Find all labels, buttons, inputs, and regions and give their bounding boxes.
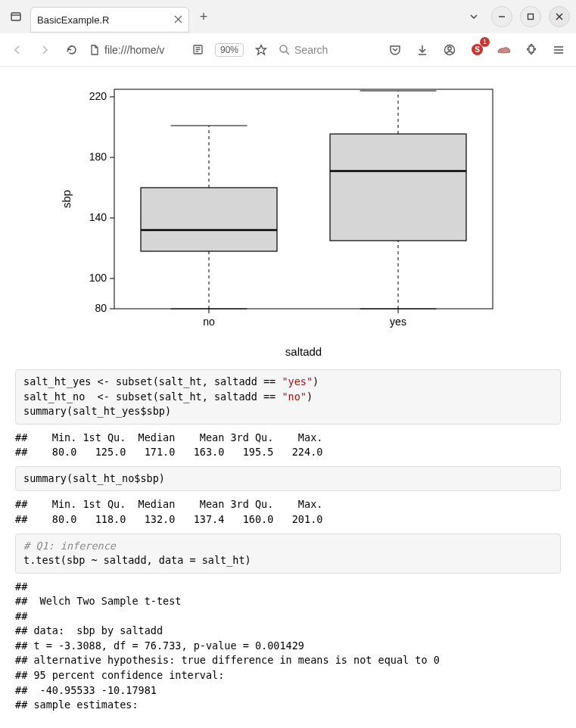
extension-shoe-icon[interactable] bbox=[494, 40, 514, 60]
svg-rect-49 bbox=[330, 134, 466, 241]
output-block-3: ## ## Welch Two Sample t-test ## ## data… bbox=[15, 580, 561, 713]
svg-point-18 bbox=[448, 46, 451, 49]
extensions-icon[interactable] bbox=[522, 40, 541, 60]
svg-text:80: 80 bbox=[95, 302, 107, 314]
svg-marker-12 bbox=[257, 45, 266, 54]
bookmark-star-icon[interactable] bbox=[251, 40, 271, 60]
forward-button[interactable] bbox=[35, 40, 54, 60]
page-content: 80100140180220sbpsaltaddnoyes salt_ht_ye… bbox=[0, 67, 576, 728]
svg-text:yes: yes bbox=[390, 316, 406, 328]
minimize-button[interactable] bbox=[491, 6, 512, 27]
tab-list-chevron-icon[interactable] bbox=[464, 7, 484, 26]
svg-rect-0 bbox=[11, 13, 20, 20]
search-placeholder: Search bbox=[294, 44, 328, 56]
svg-rect-5 bbox=[528, 14, 534, 20]
reader-mode-icon[interactable] bbox=[188, 40, 207, 60]
file-icon bbox=[89, 45, 100, 55]
svg-point-13 bbox=[280, 45, 287, 52]
new-tab-button[interactable]: + bbox=[194, 7, 213, 26]
reload-button[interactable] bbox=[62, 40, 82, 60]
output-block-2: ## Min. 1st Qu. Median Mean 3rd Qu. Max.… bbox=[15, 497, 561, 527]
code-block-1: salt_ht_yes <- subset(salt_ht, saltadd =… bbox=[15, 369, 561, 425]
tab-close-icon[interactable] bbox=[174, 14, 182, 26]
svg-text:140: 140 bbox=[89, 211, 107, 223]
search-icon bbox=[279, 44, 290, 55]
output-block-1: ## Min. 1st Qu. Median Mean 3rd Qu. Max.… bbox=[15, 431, 561, 460]
noscript-icon[interactable]: S bbox=[467, 40, 487, 60]
tab-title: BasicExample.R bbox=[37, 14, 109, 26]
svg-text:180: 180 bbox=[89, 151, 107, 163]
svg-line-14 bbox=[286, 51, 289, 54]
panel-icon[interactable] bbox=[6, 7, 26, 26]
svg-text:no: no bbox=[203, 316, 215, 328]
boxplot-chart: 80100140180220sbpsaltaddnoyes bbox=[54, 74, 523, 362]
browser-toolbar: file:///home/v 90% Search S bbox=[0, 33, 576, 67]
search-box[interactable]: Search bbox=[279, 44, 362, 56]
svg-text:sbp: sbp bbox=[60, 190, 73, 208]
window-titlebar: BasicExample.R + bbox=[0, 0, 576, 33]
svg-text:220: 220 bbox=[89, 90, 107, 102]
svg-text:S: S bbox=[475, 45, 480, 54]
maximize-button[interactable] bbox=[520, 6, 541, 27]
url-text: file:///home/v bbox=[104, 44, 164, 56]
account-icon[interactable] bbox=[440, 40, 459, 60]
back-button[interactable] bbox=[8, 40, 27, 60]
svg-text:100: 100 bbox=[89, 272, 107, 284]
browser-tab[interactable]: BasicExample.R bbox=[30, 7, 189, 33]
svg-text:saltadd: saltadd bbox=[285, 345, 321, 358]
pocket-icon[interactable] bbox=[385, 40, 405, 60]
zoom-badge[interactable]: 90% bbox=[215, 43, 244, 57]
close-window-button[interactable] bbox=[549, 6, 570, 27]
hamburger-menu-icon[interactable] bbox=[549, 40, 568, 60]
code-block-3: # Q1: inference t.test(sbp ~ saltadd, da… bbox=[15, 534, 561, 574]
downloads-icon[interactable] bbox=[413, 40, 432, 60]
code-block-2: summary(salt_ht_no$sbp) bbox=[15, 466, 561, 492]
url-bar[interactable]: file:///home/v bbox=[89, 44, 180, 56]
svg-rect-41 bbox=[141, 188, 277, 251]
